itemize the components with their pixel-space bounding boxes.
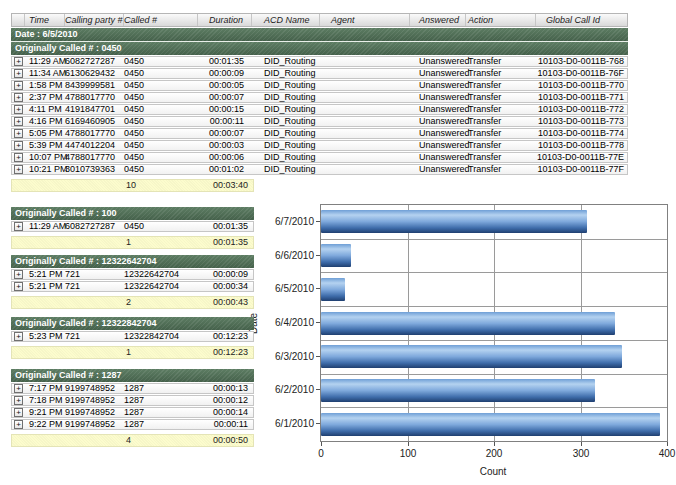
- time-cell: 5:23 PM: [25, 332, 65, 341]
- y-axis-tick: [316, 221, 320, 222]
- y-axis-label: 6/2/2010: [254, 384, 314, 395]
- x-axis-tick-label: 0: [301, 448, 341, 459]
- call-group-section: Originally Called # : 1287+7:17 PM919974…: [11, 369, 254, 447]
- x-axis-title: Count: [320, 466, 666, 477]
- expand-cell: +: [12, 222, 25, 231]
- group-summary-row: 200:00:43: [11, 296, 254, 309]
- table-row[interactable]: +5:23 PM7211232284270400:12:23: [11, 331, 254, 342]
- expand-cell: +: [12, 332, 25, 341]
- called-cell: 12322642704: [124, 282, 198, 291]
- y-axis-label: 6/7/2010: [254, 216, 314, 227]
- summary-count: 1: [124, 347, 198, 358]
- time-cell: 5:21 PM: [25, 270, 65, 279]
- x-axis-tick: [494, 442, 495, 446]
- table-row[interactable]: +9:22 PM9199748952128700:00:11: [11, 419, 254, 430]
- chart-bar: [321, 278, 345, 301]
- calling-party-cell: 721: [65, 332, 124, 341]
- table-row[interactable]: +5:21 PM7211232264270400:00:09: [11, 269, 254, 280]
- expand-button[interactable]: +: [14, 408, 23, 417]
- calling-party-cell: 9199748952: [65, 384, 124, 393]
- duration-cell: 00:00:12: [198, 396, 253, 405]
- duration-cell: 00:00:14: [198, 408, 253, 417]
- y-axis-tick: [316, 389, 320, 390]
- chart-bar: [321, 345, 622, 368]
- calling-party-cell: 721: [65, 270, 124, 279]
- duration-cell: 00:01:35: [198, 222, 253, 231]
- group-summary-row: 400:00:50: [11, 434, 254, 447]
- called-cell: 12322642704: [124, 270, 198, 279]
- called-cell: 1287: [124, 396, 198, 405]
- chart-bar: [321, 379, 595, 402]
- expand-button[interactable]: +: [14, 222, 23, 231]
- time-cell: 9:21 PM: [25, 408, 65, 417]
- gridline-horizontal: [321, 272, 667, 273]
- duration-cell: 00:00:13: [198, 384, 253, 393]
- duration-cell: 00:00:11: [198, 420, 253, 429]
- x-axis-tick-label: 400: [647, 448, 676, 459]
- called-cell: 1287: [124, 384, 198, 393]
- duration-cell: 00:00:09: [198, 270, 253, 279]
- expand-button[interactable]: +: [14, 384, 23, 393]
- table-row[interactable]: +11:29 AM6082727287045000:01:35: [11, 221, 254, 232]
- calling-party-cell: 9199748952: [65, 420, 124, 429]
- y-axis-tick: [316, 288, 320, 289]
- summary-duration: 00:12:23: [198, 347, 253, 358]
- time-cell: 11:29 AM: [25, 222, 65, 231]
- chart-bar: [321, 244, 351, 267]
- y-axis-tick: [316, 423, 320, 424]
- x-axis-tick: [321, 442, 322, 446]
- chart-bar: [321, 413, 660, 436]
- expand-cell: +: [12, 420, 25, 429]
- chart-bar: [321, 210, 587, 233]
- chart-plot-area: [320, 204, 668, 442]
- called-cell: 1287: [124, 408, 198, 417]
- expand-cell: +: [12, 270, 25, 279]
- time-cell: 5:21 PM: [25, 282, 65, 291]
- y-axis-tick: [316, 356, 320, 357]
- duration-cell: 00:12:23: [198, 332, 253, 341]
- expand-button[interactable]: +: [14, 420, 23, 429]
- group-rows: +5:21 PM7211232264270400:00:09+5:21 PM72…: [11, 269, 254, 292]
- y-axis-label: 6/6/2010: [254, 250, 314, 261]
- summary-duration: 00:00:50: [198, 435, 253, 446]
- called-cell: 12322842704: [124, 332, 198, 341]
- expand-button[interactable]: +: [14, 270, 23, 279]
- summary-count: 2: [124, 297, 198, 308]
- expand-button[interactable]: +: [14, 396, 23, 405]
- expand-button[interactable]: +: [14, 332, 23, 341]
- group-header-band: Originally Called # : 12322642704: [11, 255, 254, 268]
- y-axis-label: 6/4/2010: [254, 317, 314, 328]
- group-rows: +11:29 AM6082727287045000:01:35: [11, 221, 254, 232]
- group-header-band: Originally Called # : 1287: [11, 369, 254, 382]
- expand-cell: +: [12, 396, 25, 405]
- summary-duration: 00:00:43: [198, 297, 253, 308]
- expand-button[interactable]: +: [14, 282, 23, 291]
- y-axis-label: 6/5/2010: [254, 283, 314, 294]
- time-cell: 7:17 PM: [25, 384, 65, 393]
- gridline-horizontal: [321, 239, 667, 240]
- group-rows: +5:23 PM7211232284270400:12:23: [11, 331, 254, 342]
- expand-cell: +: [12, 408, 25, 417]
- table-row[interactable]: +7:17 PM9199748952128700:00:13: [11, 383, 254, 394]
- table-row[interactable]: +5:21 PM7211232264270400:00:34: [11, 281, 254, 292]
- group-summary-row: 100:12:23: [11, 346, 254, 359]
- calling-party-cell: 6082727287: [65, 222, 124, 231]
- gridline-horizontal: [321, 407, 667, 408]
- group-summary-row: 100:01:35: [11, 236, 254, 249]
- calling-party-cell: 9199748952: [65, 396, 124, 405]
- group-rows: +7:17 PM9199748952128700:00:13+7:18 PM91…: [11, 383, 254, 430]
- chart-bar: [321, 312, 615, 335]
- calling-party-cell: 721: [65, 282, 124, 291]
- x-axis-tick-label: 100: [388, 448, 428, 459]
- table-row[interactable]: +9:21 PM9199748952128700:00:14: [11, 407, 254, 418]
- group-header-band: Originally Called # : 100: [11, 207, 254, 220]
- x-axis-tick-label: 200: [474, 448, 514, 459]
- group-header-band: Originally Called # : 12322842704: [11, 317, 254, 330]
- x-axis-tick: [408, 442, 409, 446]
- x-axis-tick: [667, 442, 668, 446]
- y-axis-label: 6/1/2010: [254, 418, 314, 429]
- table-row[interactable]: +7:18 PM9199748952128700:00:12: [11, 395, 254, 406]
- gridline-horizontal: [321, 306, 667, 307]
- expand-cell: +: [12, 384, 25, 393]
- call-group-section: Originally Called # : 100+11:29 AM608272…: [11, 207, 254, 249]
